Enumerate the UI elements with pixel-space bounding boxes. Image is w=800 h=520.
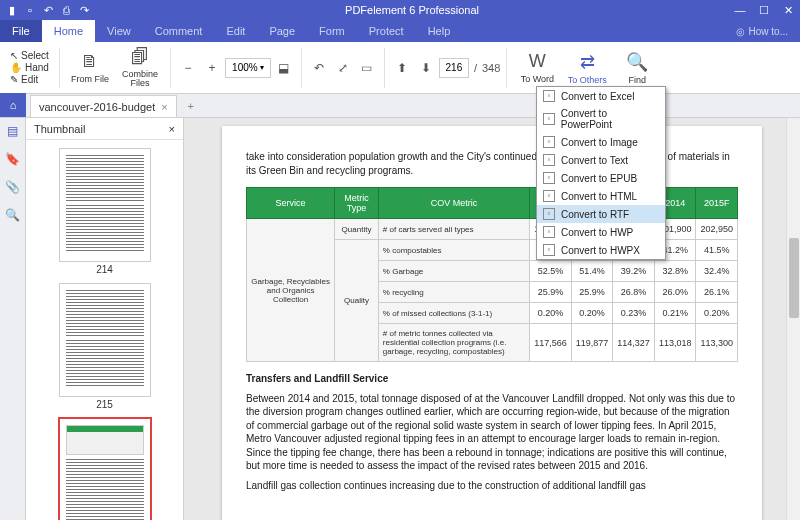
app-logo-icon: ▮ [4,2,20,18]
file-icon: ▫ [543,136,555,148]
dropdown-item[interactable]: ▫Convert to HWP [537,223,665,241]
file-icon: ▫ [543,244,555,256]
rotate-left-button[interactable]: ↶ [308,57,330,79]
thumb-page-number: 214 [59,264,151,275]
menu-edit[interactable]: Edit [214,20,257,42]
menu-protect[interactable]: Protect [357,20,416,42]
search-icon: 🔍 [626,51,648,73]
zoom-out-button[interactable]: − [177,57,199,79]
zoom-in-button[interactable]: + [201,57,223,79]
select-tool[interactable]: ↖Select [10,50,49,61]
prev-page-button[interactable]: ⬆ [391,57,413,79]
file-icon: ▫ [543,208,555,220]
menu-help[interactable]: Help [416,20,463,42]
to-others-dropdown: ▫Convert to Excel▫Convert to PowerPoint▫… [536,86,666,260]
menu-view[interactable]: View [95,20,143,42]
thumbnail-panel-title: Thumbnail [34,123,85,135]
add-tab-button[interactable]: + [181,95,201,117]
file-tab-label: vancouver-2016-budget [39,101,155,113]
close-panel-icon[interactable]: × [169,123,175,135]
print-icon[interactable]: ⎙ [58,2,74,18]
document-page: take into consideration population growt… [222,126,762,520]
files-stack-icon: 🗐 [131,47,149,68]
lightbulb-icon: ◎ [736,26,745,37]
find-button[interactable]: 🔍Find [613,44,661,92]
dropdown-item[interactable]: ▫Convert to EPUB [537,169,665,187]
attachment-rail-icon[interactable]: 📎 [5,180,20,194]
zoom-level[interactable]: 100% ▾ [225,58,271,78]
page-thumbnail[interactable] [59,283,151,397]
dropdown-item[interactable]: ▫Convert to Text [537,151,665,169]
dropdown-item[interactable]: ▫Convert to HTML [537,187,665,205]
body-text: Between 2014 and 2015, total tonnage dis… [246,392,738,473]
to-others-button[interactable]: ⇄To Others [563,44,611,92]
file-arrow-icon: 🗎 [81,51,99,72]
edit-tool[interactable]: ✎Edit [10,74,38,85]
combine-files-button[interactable]: 🗐Combine Files [116,44,164,92]
menu-page[interactable]: Page [257,20,307,42]
app-title: PDFelement 6 Professional [96,4,728,16]
cursor-icon: ↖ [10,50,18,61]
dropdown-item[interactable]: ▫Convert to HWPX [537,241,665,259]
page-thumbnail[interactable] [59,148,151,262]
bookmark-rail-icon[interactable]: 🔖 [5,152,20,166]
scrollbar-thumb[interactable] [789,238,799,318]
file-icon: ▫ [543,190,555,202]
body-text: Landfill gas collection continues increa… [246,479,738,493]
menu-form[interactable]: Form [307,20,357,42]
dropdown-item[interactable]: ▫Convert to PowerPoint [537,105,665,133]
hand-icon: ✋ [10,62,22,73]
file-icon: ▫ [543,226,555,238]
menu-home[interactable]: Home [42,20,95,42]
save-icon[interactable]: ▫ [22,2,38,18]
close-tab-icon[interactable]: × [161,101,167,113]
file-icon: ▫ [543,90,555,102]
word-icon: W [529,51,546,72]
thumb-page-number: 215 [59,399,151,410]
convert-icon: ⇄ [580,51,595,73]
ribbon: ↖Select ✋Hand ✎Edit 🗎From File 🗐Combine … [0,42,800,94]
minimize-button[interactable]: — [728,0,752,20]
howto-link[interactable]: ◎How to... [724,26,800,37]
fit-width-button[interactable]: ⬓ [273,57,295,79]
file-icon: ▫ [543,154,555,166]
home-tab-icon[interactable]: ⌂ [0,93,26,117]
dropdown-item[interactable]: ▫Convert to RTF [537,205,665,223]
menu-comment[interactable]: Comment [143,20,215,42]
close-button[interactable]: ✕ [776,0,800,20]
dropdown-item[interactable]: ▫Convert to Image [537,133,665,151]
page-number-input[interactable]: 216 [439,58,469,78]
menu-file[interactable]: File [0,20,42,42]
redo-icon[interactable]: ↷ [76,2,92,18]
section-heading: Transfers and Landfill Service [246,372,738,386]
vertical-scrollbar[interactable] [786,118,800,520]
undo-icon[interactable]: ↶ [40,2,56,18]
dropdown-item[interactable]: ▫Convert to Excel [537,87,665,105]
to-word-button[interactable]: WTo Word [513,44,561,92]
page-total: 348 [482,62,500,74]
page-thumbnail[interactable] [59,418,151,520]
from-file-button[interactable]: 🗎From File [66,44,114,92]
hand-tool[interactable]: ✋Hand [10,62,49,73]
pencil-icon: ✎ [10,74,18,85]
file-icon: ▫ [543,172,555,184]
page-sep: / [474,62,477,74]
search-rail-icon[interactable]: 🔍 [5,208,20,222]
thumbnail-rail-icon[interactable]: ▤ [7,124,18,138]
file-tab[interactable]: vancouver-2016-budget × [30,95,177,117]
chevron-down-icon: ▾ [260,63,264,72]
maximize-button[interactable]: ☐ [752,0,776,20]
rotate-right-button[interactable]: ⤢ [332,57,354,79]
file-icon: ▫ [543,113,555,125]
next-page-button[interactable]: ⬇ [415,57,437,79]
page-layout-button[interactable]: ▭ [356,57,378,79]
